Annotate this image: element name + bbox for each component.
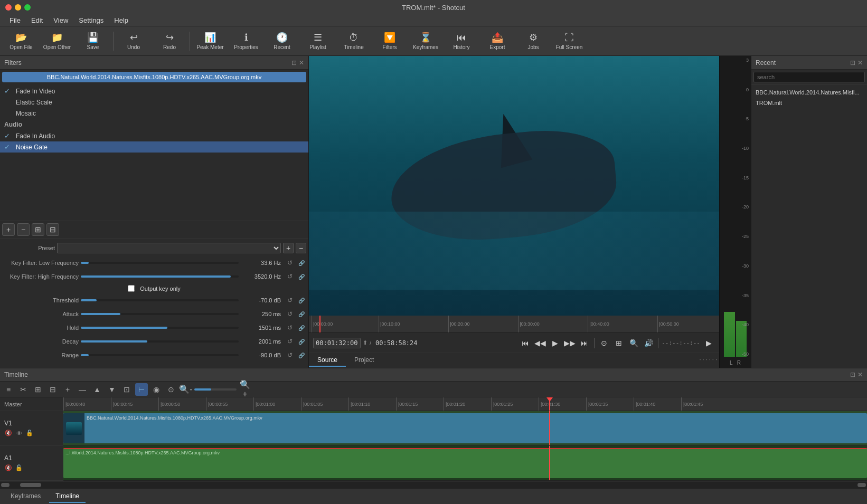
properties-button[interactable]: ℹ Properties [229, 28, 263, 54]
maximize-button[interactable] [24, 4, 31, 11]
param-link-decay[interactable]: 🔗 [297, 337, 306, 346]
tl-menu-button[interactable]: ≡ [2, 383, 15, 396]
peak-meter-button[interactable]: 📊 Peak Meter [193, 28, 227, 54]
track-lock-a1[interactable]: 🔓 [15, 464, 23, 472]
param-link-key-filter-low[interactable]: 🔗 [297, 258, 306, 268]
param-link-key-filter-high[interactable]: 🔗 [297, 272, 306, 281]
menu-edit[interactable]: Edit [26, 15, 48, 25]
tab-project[interactable]: Project [346, 354, 382, 367]
recent-close-icon[interactable]: ✕ [857, 59, 863, 66]
open-other-button[interactable]: 📁 Open Other [40, 28, 74, 54]
timeline-button[interactable]: ⏱ Timeline [337, 28, 371, 54]
keyframes-button[interactable]: ⌛ Keyframes [409, 28, 442, 54]
param-reset-decay[interactable]: ↺ [285, 337, 295, 346]
filter-item-mosaic[interactable]: ✓ Mosaic [0, 108, 308, 119]
tl-zoom-slider[interactable] [194, 388, 237, 391]
horizontal-scrollbar[interactable] [0, 482, 867, 488]
preset-select[interactable] [57, 243, 281, 253]
open-file-button[interactable]: 📂 Open File [4, 28, 38, 54]
menu-settings[interactable]: Settings [73, 15, 109, 25]
param-slider-key-filter-high[interactable] [81, 271, 239, 282]
save-button[interactable]: 💾 Save [76, 28, 110, 54]
preset-delete-button[interactable]: − [296, 243, 306, 253]
tl-append-button[interactable]: + [61, 383, 74, 396]
tl-zoom-in-button[interactable]: 🔍+ [239, 383, 251, 396]
track-mute-v1[interactable]: 🔇 [4, 429, 13, 438]
tl-ripple-down-button[interactable]: ▼ [106, 383, 118, 396]
scroll-right-btn[interactable] [857, 483, 866, 487]
track-mute-a1[interactable]: 🔇 [4, 464, 13, 472]
filters-button[interactable]: 🔽 Filters [373, 28, 407, 54]
tl-markers-button[interactable]: ⊙ [165, 383, 177, 396]
timeline-close-icon[interactable]: ✕ [857, 371, 863, 378]
param-link-range[interactable]: 🔗 [297, 350, 306, 360]
filter-copy-button[interactable]: ⊞ [32, 223, 44, 236]
zoom-button[interactable]: 🔍 [627, 337, 640, 349]
tl-paste-button[interactable]: ⊟ [46, 383, 59, 396]
redo-button[interactable]: ↪ Redo [153, 28, 186, 54]
close-button[interactable] [5, 4, 12, 11]
play-reverse-button[interactable]: ◀◀ [534, 337, 546, 349]
param-reset-attack[interactable]: ↺ [285, 309, 295, 319]
recent-search-input[interactable] [753, 72, 865, 82]
fullscreen-button[interactable]: ⛶ Full Screen [552, 28, 586, 54]
grid-button[interactable]: ⊞ [612, 337, 625, 349]
param-reset-hold[interactable]: ↺ [285, 323, 295, 332]
recent-button[interactable]: 🕐 Recent [265, 28, 299, 54]
param-slider-key-filter-low[interactable] [81, 258, 239, 268]
timeline-float-icon[interactable]: ⊡ [850, 371, 855, 378]
param-slider-threshold[interactable] [81, 295, 239, 306]
filters-float-icon[interactable]: ⊡ [291, 59, 297, 66]
history-button[interactable]: ⏮ History [445, 28, 478, 54]
tl-zoom-out-button[interactable]: 🔍- [180, 383, 192, 396]
tl-lift-button[interactable]: — [76, 383, 89, 396]
param-link-threshold[interactable]: 🔗 [297, 296, 306, 305]
v1-clip[interactable]: BBC.Natural.World.2014.Natures.Misfits.1… [63, 413, 867, 443]
output-key-checkbox[interactable] [128, 285, 135, 292]
tl-ripple-up-button[interactable]: ▲ [91, 383, 103, 396]
scroll-left-btn[interactable] [1, 483, 10, 487]
param-slider-range[interactable] [81, 350, 239, 360]
tab-keyframes[interactable]: Keyframes [4, 490, 47, 503]
tabs-menu-icon[interactable]: · · · · · · [697, 354, 719, 367]
param-link-hold[interactable]: 🔗 [297, 323, 306, 332]
filter-item-elastic-scale[interactable]: ✓ Elastic Scale [0, 97, 308, 108]
skip-to-end-button[interactable]: ⏭ [578, 337, 591, 349]
param-reset-range[interactable]: ↺ [285, 350, 295, 360]
play-button[interactable]: ▶ [549, 337, 561, 349]
filter-add-button[interactable]: + [2, 223, 15, 236]
param-reset-key-filter-low[interactable]: ↺ [285, 258, 295, 268]
filter-item-noise-gate[interactable]: ✓ Noise Gate [0, 141, 308, 153]
tab-source[interactable]: Source [309, 354, 346, 367]
menu-view[interactable]: View [48, 15, 73, 25]
tab-timeline[interactable]: Timeline [49, 490, 86, 503]
param-link-attack[interactable]: 🔗 [297, 309, 306, 319]
param-slider-decay[interactable] [81, 336, 239, 347]
recent-item-1[interactable]: TROM.mlt [751, 98, 867, 108]
param-reset-key-filter-high[interactable]: ↺ [285, 272, 295, 281]
export-button[interactable]: 📤 Export [480, 28, 514, 54]
filter-item-fade-in-video[interactable]: ✓ Fade In Video [0, 85, 308, 97]
tl-copy-button[interactable]: ⊞ [32, 383, 44, 396]
param-reset-threshold[interactable]: ↺ [285, 296, 295, 305]
filter-remove-button[interactable]: − [17, 223, 30, 236]
skip-to-start-button[interactable]: ⏮ [519, 337, 532, 349]
preset-add-button[interactable]: + [283, 243, 294, 253]
recent-item-0[interactable]: BBC.Natural.World.2014.Natures.Misfi... [751, 87, 867, 98]
volume-button[interactable]: 🔊 [642, 337, 655, 349]
playlist-button[interactable]: ☰ Playlist [301, 28, 335, 54]
recent-float-icon[interactable]: ⊡ [850, 59, 855, 66]
track-lock-v1[interactable]: 🔓 [25, 429, 34, 438]
scroll-thumb[interactable] [20, 483, 41, 487]
a1-clip[interactable]: ...l.World.2014.Natures.Misfits.1080p.HD… [63, 448, 867, 478]
filter-item-fade-in-audio[interactable]: ✓ Fade In Audio [0, 130, 308, 141]
timecode-button[interactable]: ▶ [702, 337, 715, 349]
filters-close-icon[interactable]: ✕ [299, 59, 304, 66]
tl-scrub-button[interactable]: ◉ [150, 383, 163, 396]
track-eye-v1[interactable]: 👁 [15, 429, 23, 438]
filter-paste-button[interactable]: ⊟ [46, 223, 59, 236]
undo-button[interactable]: ↩ Undo [117, 28, 150, 54]
tl-snap-button[interactable]: ⊢ [135, 383, 148, 396]
tl-align-button[interactable]: ⊡ [120, 383, 133, 396]
current-time-input[interactable] [313, 338, 361, 348]
